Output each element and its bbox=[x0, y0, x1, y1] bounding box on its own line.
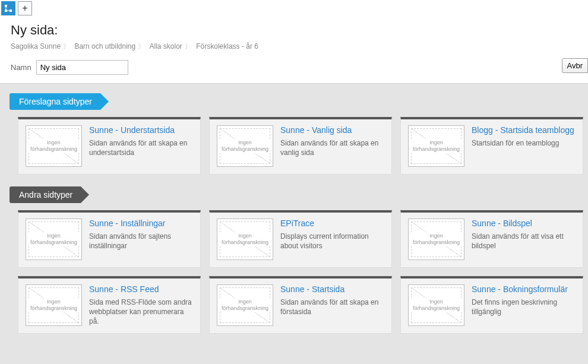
card-title: Sunne - Vanlig sida bbox=[280, 125, 384, 136]
card-title: Blogg - Startsida teamblogg bbox=[472, 125, 576, 136]
card-title: Sunne - Inställningar bbox=[89, 219, 193, 229]
card-desc: Sidan används för att skapa en förstasid… bbox=[280, 297, 384, 316]
pagetype-card[interactable]: Ingen förhandsgranskning Sunne - Bildspe… bbox=[400, 210, 583, 268]
breadcrumb-item[interactable]: Sagolika Sunne bbox=[11, 42, 61, 50]
cancel-button[interactable]: Avbr bbox=[562, 58, 589, 73]
breadcrumb-item[interactable]: Barn och utbildning bbox=[74, 42, 135, 50]
card-title: Sunne - Understartsida bbox=[89, 125, 193, 136]
suggested-grid: Ingen förhandsgranskning Sunne - Underst… bbox=[0, 117, 588, 186]
thumbnail-placeholder: Ingen förhandsgranskning bbox=[408, 219, 464, 260]
section-header-other: Andra sidtyper bbox=[10, 186, 81, 203]
thumbnail-placeholder: Ingen förhandsgranskning bbox=[26, 284, 82, 326]
thumbnail-placeholder: Ingen förhandsgranskning bbox=[26, 125, 82, 167]
thumbnail-placeholder: Ingen förhandsgranskning bbox=[217, 284, 273, 326]
card-desc: Sidan används för att skapa en vanlig si… bbox=[280, 138, 384, 157]
card-desc: Sidan används för sajtens inställningar bbox=[89, 232, 193, 251]
pagetype-card[interactable]: Ingen förhandsgranskning Sunne - Vanlig … bbox=[209, 117, 392, 175]
card-title: Sunne - Startsida bbox=[280, 284, 384, 295]
section-header-suggested: Föreslagna sidtyper bbox=[10, 93, 100, 110]
top-toolbar: + bbox=[0, 0, 588, 17]
name-label: Namn bbox=[11, 63, 31, 72]
card-title: EPiTrace bbox=[280, 219, 384, 229]
breadcrumb-item[interactable]: Alla skolor bbox=[150, 42, 182, 50]
header: Ny sida: Sagolika Sunne〉 Barn och utbild… bbox=[0, 17, 588, 84]
card-title: Sunne - Bokningsformulär bbox=[472, 284, 576, 295]
svg-rect-0 bbox=[5, 5, 7, 7]
thumbnail-placeholder: Ingen förhandsgranskning bbox=[217, 219, 273, 260]
page-title: Ny sida: bbox=[11, 23, 577, 38]
thumbnail-placeholder: Ingen förhandsgranskning bbox=[217, 125, 273, 167]
card-title: Sunne - RSS Feed bbox=[89, 284, 193, 295]
add-button[interactable]: + bbox=[18, 1, 32, 15]
content-area: Föreslagna sidtyper Ingen förhandsgransk… bbox=[0, 84, 588, 364]
name-input[interactable] bbox=[36, 60, 128, 75]
breadcrumb-item[interactable]: Förskoleklass - år 6 bbox=[196, 42, 258, 50]
other-grid: Ingen förhandsgranskning Sunne - Inställ… bbox=[0, 210, 588, 346]
card-desc: Sida med RSS-Flöde som andra webbplatser… bbox=[89, 297, 193, 327]
pagetype-card[interactable]: Ingen förhandsgranskning Sunne - Underst… bbox=[18, 117, 201, 175]
thumbnail-placeholder: Ingen förhandsgranskning bbox=[26, 219, 82, 260]
card-desc: Startsidan för en teamblogg bbox=[472, 138, 576, 148]
thumbnail-placeholder: Ingen förhandsgranskning bbox=[408, 125, 464, 167]
card-title: Sunne - Bildspel bbox=[472, 219, 576, 229]
pagetype-card[interactable]: Ingen förhandsgranskning EPiTrace Displa… bbox=[209, 210, 392, 268]
pagetype-card[interactable]: Ingen förhandsgranskning Sunne - Bokning… bbox=[400, 276, 583, 334]
tree-icon[interactable] bbox=[1, 1, 15, 15]
thumbnail-placeholder: Ingen förhandsgranskning bbox=[408, 284, 464, 326]
pagetype-card[interactable]: Ingen förhandsgranskning Sunne - Inställ… bbox=[18, 210, 201, 268]
pagetype-card[interactable]: Ingen förhandsgranskning Blogg - Startsi… bbox=[400, 117, 583, 175]
card-desc: Displays current information about visit… bbox=[280, 232, 384, 251]
card-desc: Det finns ingen beskrivning tillgänglig bbox=[472, 297, 576, 316]
pagetype-card[interactable]: Ingen förhandsgranskning Sunne - RSS Fee… bbox=[18, 276, 201, 334]
pagetype-card[interactable]: Ingen förhandsgranskning Sunne - Startsi… bbox=[209, 276, 392, 334]
card-desc: Sidan används för att visa ett bildspel bbox=[472, 232, 576, 251]
card-desc: Sidan används för att skapa en understar… bbox=[89, 138, 193, 157]
breadcrumb: Sagolika Sunne〉 Barn och utbildning〉 All… bbox=[11, 42, 577, 52]
